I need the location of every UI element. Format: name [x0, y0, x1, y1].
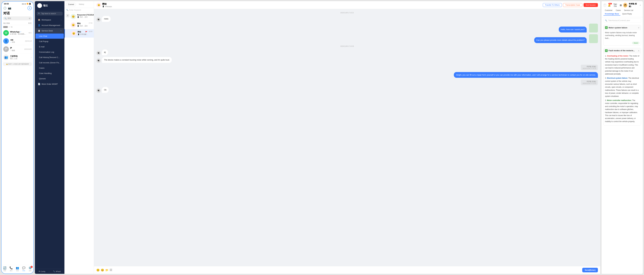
notification-icon[interactable]: 🔔 99+ — [608, 4, 611, 7]
sidebar-item-account-mgmt[interactable]: 👤 Account Management › — [36, 22, 64, 28]
phone-search-bar[interactable]: 🔍 搜索 ⚙ — [3, 16, 32, 20]
chat-item-msg-2: 📱 你好，还在吗？ — [77, 25, 88, 27]
contact-86-name: +86 — [10, 39, 24, 41]
phone-nav-community[interactable]: 👥 社群 — [16, 266, 19, 272]
right-panel-search[interactable]: 🔍 Title/Abstract/Content/Label — [603, 18, 641, 22]
chat-image-thumb-2 — [589, 34, 598, 43]
sidebar-item-call-popup[interactable]: Call Popup — [36, 39, 64, 44]
sidebar-search[interactable]: 🔍 Tap here to search — [37, 12, 63, 15]
phone-add-button[interactable]: + — [28, 6, 32, 10]
fault-item-electrical: 2. Electrical system failure: The electr… — [605, 77, 640, 98]
agent-label-2: 李梦颖 (客服) — [582, 80, 596, 83]
sticker-icon[interactable]: 😊 — [101, 269, 104, 272]
sidebar-item-live-chat[interactable]: Live Chat — [36, 33, 64, 39]
tab-knowledge-base[interactable]: Knowledge Base — [603, 12, 620, 16]
tab-service-list[interactable]: Service List — [622, 9, 635, 12]
chat-item-time-1: 17:30 — [89, 14, 92, 15]
workspace-icon: 🏠 — [38, 18, 40, 21]
sidebar-item-call-history-tencent[interactable]: Call History(Tencent C... — [36, 55, 64, 60]
chat-list-search-placeholder: Enter Keyword — [69, 9, 81, 11]
chat-input-field[interactable] — [114, 269, 581, 271]
sidebar-workspace-label: Workspace — [42, 19, 51, 21]
sidebar-item-email[interactable]: E-mail — [36, 44, 64, 49]
whatsapp-avatar: W — [3, 30, 9, 36]
sidebar-cases-label: Cases — [39, 67, 44, 69]
help-icon[interactable]: ? — [603, 3, 606, 7]
attach-icon[interactable]: 📁 — [105, 269, 108, 272]
contact-86-msg: ✓ 在线 — [10, 41, 24, 43]
sidebar-apaas[interactable]: 🔧 APaaS — [53, 271, 61, 272]
phone-contact-group[interactable]: 👥 三好学生 我们, 公告 › — [2, 53, 34, 61]
chat-item-requester[interactable]: 7 😊 Requester1701161895977 📱 你好，还在吗？ 17:… — [64, 12, 94, 21]
phone-camera-icon: 📷 — [8, 6, 11, 10]
chat-header-name: 啊哈 — [102, 3, 112, 5]
emoji-icon[interactable]: 🙂 — [96, 269, 100, 272]
media-icon[interactable]: 🖼 — [110, 269, 112, 272]
sign-out-button[interactable]: Sign Out — [612, 3, 618, 7]
knowledge-item-2-header[interactable]: K Fault modes of the motor/e... ∧ — [604, 48, 641, 53]
chat-header-left: 😠 啊哈 📱 whatsapp — [96, 3, 112, 7]
tab-history[interactable]: history — [77, 3, 86, 6]
nav-update-label: 更新 — [4, 270, 6, 272]
fault-num-2: 2. — [605, 77, 607, 79]
phone-contact-company: 瑞云客服 — [3, 22, 10, 24]
tab-cases[interactable]: Cases — [614, 9, 622, 12]
phone-contact-whatsapp[interactable]: W WhatsApp ✓ ■ 新功能：推出隐私检查 掌控您要分享的内容和分享对象… — [2, 29, 34, 37]
transcription-case-button[interactable]: Transcription Case — [563, 3, 582, 7]
tab-customer[interactable]: Customer — [603, 9, 614, 12]
chat-item-msg-1: 📱 你好，还在吗？ — [77, 16, 88, 18]
agent-label-1: 李梦颖 (客服) — [582, 65, 596, 68]
sidebar-item-case-handling[interactable]: Case Handling — [36, 71, 64, 76]
tab-quick-reply[interactable]: Quick Reply — [621, 12, 633, 16]
chat-header-actions: Transfer To Others Transcription Case En… — [543, 3, 598, 7]
service-desk-icon: 📋 — [38, 29, 40, 32]
contact-yin-name: 尹 — [10, 47, 23, 49]
sidebar-config[interactable]: ⚙ Config — [38, 271, 45, 272]
phone-search-placeholder: 搜索 — [8, 17, 11, 20]
sidebar-item-workspace[interactable]: 🏠 Workspace › — [36, 17, 64, 22]
msg-bubble-hello: Hello — [102, 16, 110, 22]
chat-list-search[interactable]: 🔍 Enter Keyword — [64, 8, 94, 12]
phone-nav-settings[interactable]: ⚙️ 设置 1 — [28, 266, 32, 272]
contact-86-avatar: 👤 — [3, 38, 9, 44]
config-icon: ⚙ — [38, 271, 40, 272]
transfer-to-others-button[interactable]: Transfer To Others — [543, 3, 562, 7]
send-button[interactable]: Send(Enter) — [582, 268, 598, 272]
sidebar-item-work-order[interactable]: 📄 Work Order MGMT › — [36, 81, 64, 87]
phone-contact-yin[interactable]: 尹 尹 ✓ 哦哦 2023/10/25 — [2, 45, 34, 53]
chat-item-aha-1[interactable]: 😠 啊哈 📱 你好，还在吗？ 17:33 — [64, 21, 94, 29]
right-search-icon: 🔍 — [605, 19, 607, 21]
phone-nav-chat[interactable]: 💬 对话 — [22, 266, 26, 272]
sidebar-item-conversation-log[interactable]: Conversation Log — [36, 49, 64, 55]
knowledge-item-1-header[interactable]: K Motor system failure ∨ — [604, 25, 641, 30]
tab-current[interactable]: Current — [66, 3, 76, 6]
msg-bubble-details: Can you please provide more details abou… — [534, 37, 587, 43]
sidebar-item-service-desk[interactable]: 📋 Service Desk ∨ — [36, 28, 64, 33]
right-user-dropdown-icon[interactable]: ▼ — [640, 4, 641, 6]
sidebar-item-call-records-seven[interactable]: Call records (Seven Fis... — [36, 60, 64, 65]
battery-icon: ▐▌ — [29, 3, 31, 4]
sidebar-item-cases[interactable]: Cases — [36, 65, 64, 70]
gray-check-icon: ✓ — [10, 50, 11, 51]
sidebar-item-queues[interactable]: Queues — [36, 76, 64, 81]
chat-item-aha-2[interactable]: 😠 啊哈 🚩 📱 非常抱歉，当前客服应接不暇... 18:08 — [64, 29, 94, 38]
phone-title-row: 对话 — [2, 11, 34, 16]
group-info: 三好学生 我们, 公告 — [10, 55, 30, 60]
end-session-button[interactable]: End Session — [584, 3, 598, 7]
chat-item-number-7: 7 — [66, 14, 70, 17]
apaas-icon: 🔧 — [53, 271, 55, 272]
chat-item-info-1: Requester1701161895977 📱 你好，还在吗？ — [77, 14, 88, 18]
send-knowledge-1-button[interactable]: Send — [632, 42, 640, 44]
phone-contact-86[interactable]: 👤 +86 ✓ 在线 2023/11/3 — [2, 37, 34, 45]
right-panel: ? 🔔 99+ Sign Out ⊞ 👩 李梦颖 (客服) ▼ Customer… — [602, 1, 643, 274]
phone-nav-update[interactable]: 🔄 更新 — [3, 266, 6, 272]
contact-yin-avatar: 尹 — [3, 46, 9, 52]
company-status-check: ✓✓ 在 — [8, 26, 12, 28]
sidebar-call-history-tencent-label: Call History(Tencent C... — [39, 56, 60, 58]
phone-nav-call[interactable]: 📞 通话 — [10, 266, 13, 272]
apps-grid-icon[interactable]: ⊞ — [620, 4, 622, 7]
chat-item-name-3: 啊哈 🚩 — [78, 31, 88, 33]
msg-row-repair: Alright, you can fill out a repair form … — [96, 72, 598, 78]
apaas-label: APaaS — [56, 271, 61, 272]
agent-info-2: 李梦颖 (客服) 2023/11/28 17:11:03 — [581, 80, 598, 85]
